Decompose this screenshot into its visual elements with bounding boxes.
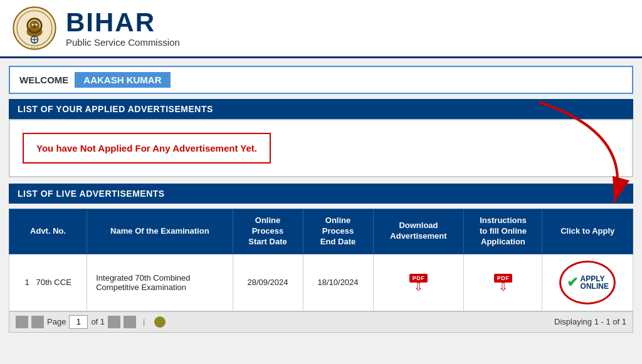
table-row: 1 70th CCE Integrated 70th CombinedCompe… [9,254,633,311]
cursor-indicator [154,316,166,328]
pdf-arrow-icon: ⇩ [414,281,423,293]
separator: | [143,317,145,326]
applied-ads-section-header: LIST OF YOUR APPLIED ADVERTISEMENTS [9,99,633,119]
cell-apply[interactable]: ✔ APPLY ONLINE [542,254,633,311]
pagination-bar: Page of 1 | Displaying 1 - 1 of 1 [9,311,633,333]
displaying-count: Displaying 1 - 1 of 1 [554,317,626,326]
svg-text:✦ ✦ ✦: ✦ ✦ ✦ [31,46,38,49]
first-page-button[interactable] [16,316,28,328]
no-ads-message: You have Not Applied For Any Advertiseme… [23,133,271,164]
apply-online-inner: ✔ APPLY ONLINE [567,274,609,291]
svg-point-6 [35,24,37,26]
org-subtitle: Public Service Commission [66,37,180,48]
online-label: ONLINE [581,283,609,290]
of-label: of 1 [91,317,105,326]
instructions-pdf-icon[interactable]: PDF ⇩ [494,274,513,293]
checkmark-icon: ✔ [567,274,578,291]
cell-start-date: 28/09/2024 [233,254,303,311]
last-page-button[interactable] [124,316,136,328]
emblem-icon: ✦ ✦ ✦ [13,6,56,50]
live-ads-section: Advt. No. Name Of the Examination Online… [9,209,633,333]
table-wrapper: Advt. No. Name Of the Examination Online… [9,209,633,333]
svg-point-3 [29,20,40,31]
org-name: BIHAR [66,9,180,36]
applied-ads-section: You have Not Applied For Any Advertiseme… [9,119,633,177]
welcome-label: WELCOME [19,75,68,85]
apply-label: APPLY [581,275,605,283]
cell-download[interactable]: PDF ⇩ [373,254,464,311]
svg-point-5 [32,24,34,26]
org-title-block: BIHAR Public Service Commission [66,9,180,48]
cell-end-date: 18/10/2024 [303,254,373,311]
col-advt-no: Advt. No. [9,209,87,254]
prev-page-button[interactable] [31,316,44,328]
user-name: AAKASH KUMAR [75,72,170,88]
col-exam-name: Name Of the Examination [87,209,233,254]
page-number-input[interactable] [69,315,88,329]
col-end-date: OnlineProcessEnd Date [303,209,373,254]
cell-exam-name: Integrated 70th CombinedCompetitive Exam… [87,254,233,311]
instructions-arrow-icon: ⇩ [498,281,508,293]
download-pdf-icon[interactable]: PDF ⇩ [409,274,428,293]
apply-online-button[interactable]: ✔ APPLY ONLINE [559,261,616,304]
live-ads-section-header: LIST OF LIVE ADVERTISEMENTS [9,184,633,204]
col-download: DownloadAdvertisement [373,209,464,254]
cell-instructions[interactable]: PDF ⇩ [464,254,542,311]
cell-serial: 1 70th CCE [9,254,87,311]
col-instructions: Instructionsto fill OnlineApplication [464,209,542,254]
page-header: ✦ ✦ ✦ BIHAR Public Service Commission [0,0,642,58]
table-header-row: Advt. No. Name Of the Examination Online… [9,209,633,254]
col-apply: Click to Apply [542,209,633,254]
apply-text-block: APPLY ONLINE [581,275,609,290]
apply-button-wrapper[interactable]: ✔ APPLY ONLINE [549,261,626,304]
page-label: Page [47,317,66,326]
advertisements-table: Advt. No. Name Of the Examination Online… [9,209,633,311]
col-start-date: OnlineProcessStart Date [233,209,303,254]
next-page-button[interactable] [108,316,120,328]
welcome-bar: WELCOME AAKASH KUMAR [9,66,633,94]
svg-point-7 [33,26,36,28]
